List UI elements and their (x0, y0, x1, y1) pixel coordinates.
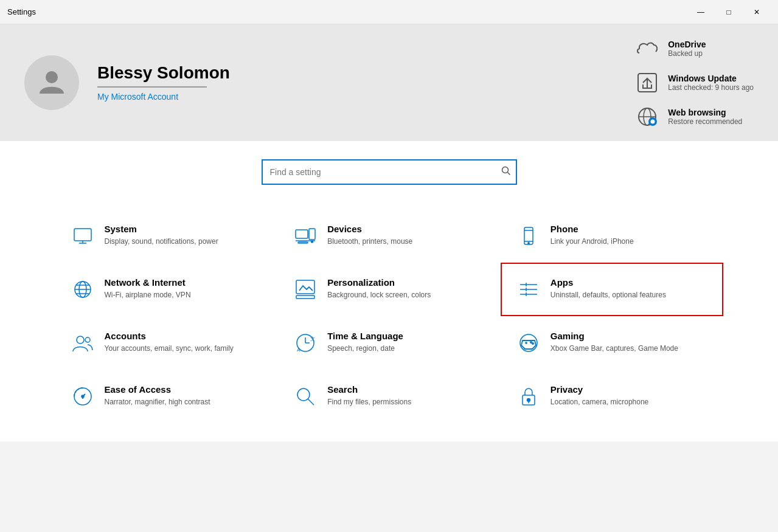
ease-icon (71, 384, 95, 409)
settings-grid: SystemDisplay, sound, notifications, pow… (55, 209, 724, 423)
status-onedrive[interactable]: OneDrive Backed up (635, 36, 754, 61)
settings-item-desc-accounts: Your accounts, email, sync, work, family (105, 344, 234, 354)
settings-item-text-apps: AppsUninstall, defaults, optional featur… (551, 277, 666, 300)
svg-point-20 (528, 243, 529, 244)
svg-rect-17 (524, 227, 533, 244)
settings-item-time[interactable]: A 文 Time & LanguageSpeech, region, date (277, 316, 501, 370)
minimize-button[interactable]: — (687, 2, 715, 22)
maximize-button[interactable]: □ (715, 2, 743, 22)
user-info: Blessy Solomon My Microsoft Account (97, 63, 617, 102)
settings-item-text-phone: PhoneLink your Android, iPhone (551, 224, 634, 247)
settings-item-text-time: Time & LanguageSpeech, region, date (327, 331, 403, 354)
devices-icon (293, 224, 318, 248)
privacy-icon (516, 384, 541, 409)
settings-item-title-personalization: Personalization (327, 277, 431, 288)
title-bar: Settings — □ ✕ (0, 0, 778, 24)
settings-item-title-phone: Phone (551, 224, 634, 234)
status-items: OneDrive Backed up Windows Update Last c… (635, 36, 754, 129)
avatar (24, 55, 79, 110)
svg-point-0 (46, 71, 58, 83)
svg-point-45 (532, 343, 533, 344)
network-icon (71, 277, 95, 302)
system-icon (71, 224, 95, 248)
gaming-icon (516, 331, 541, 355)
settings-item-text-devices: DevicesBluetooth, printers, mouse (327, 224, 412, 247)
settings-item-desc-search: Find my files, permissions (327, 397, 411, 407)
accounts-icon (71, 331, 95, 355)
search-input[interactable] (262, 159, 517, 185)
search-icon (293, 384, 318, 409)
svg-rect-9 (74, 229, 91, 241)
settings-item-text-personalization: PersonalizationBackground, lock screen, … (327, 277, 431, 300)
settings-item-text-ease: Ease of AccessNarrator, magnifier, high … (105, 384, 210, 407)
settings-item-title-ease: Ease of Access (105, 384, 210, 395)
windows-update-icon (635, 71, 659, 95)
svg-point-47 (82, 395, 84, 398)
apps-icon (516, 277, 541, 302)
settings-item-title-gaming: Gaming (551, 331, 678, 341)
svg-rect-27 (296, 295, 314, 299)
svg-point-34 (77, 336, 84, 344)
svg-rect-26 (296, 280, 314, 294)
settings-item-search[interactable]: SearchFind my files, permissions (277, 370, 501, 423)
svg-point-51 (527, 399, 530, 402)
svg-rect-13 (309, 229, 315, 240)
settings-item-text-accounts: AccountsYour accounts, email, sync, work… (105, 331, 234, 354)
settings-item-network[interactable]: Network & InternetWi-Fi, airplane mode, … (55, 263, 278, 316)
settings-item-desc-network: Wi-Fi, airplane mode, VPN (105, 290, 191, 300)
search-icon (501, 166, 511, 176)
settings-item-text-network: Network & InternetWi-Fi, airplane mode, … (105, 277, 191, 300)
phone-icon (516, 224, 541, 248)
settings-item-accounts[interactable]: AccountsYour accounts, email, sync, work… (55, 316, 278, 370)
svg-line-49 (308, 399, 314, 405)
search-container (36, 159, 742, 185)
settings-item-text-system: SystemDisplay, sound, notifications, pow… (105, 224, 218, 247)
web-browsing-icon (635, 105, 659, 129)
svg-line-8 (507, 173, 510, 175)
svg-rect-16 (298, 242, 308, 243)
settings-item-devices[interactable]: DevicesBluetooth, printers, mouse (277, 209, 501, 263)
settings-item-title-network: Network & Internet (105, 277, 191, 288)
settings-item-title-privacy: Privacy (551, 384, 648, 395)
time-icon: A 文 (293, 331, 318, 355)
settings-item-title-search: Search (327, 384, 411, 395)
svg-point-44 (530, 342, 532, 343)
window-title: Settings (7, 7, 36, 16)
settings-item-ease[interactable]: Ease of AccessNarrator, magnifier, high … (55, 370, 278, 423)
settings-item-desc-ease: Narrator, magnifier, high contrast (105, 397, 210, 407)
settings-item-text-search: SearchFind my files, permissions (327, 384, 411, 407)
settings-item-apps[interactable]: AppsUninstall, defaults, optional featur… (501, 263, 724, 316)
windows-update-text: Windows Update Last checked: 9 hours ago (668, 74, 754, 92)
settings-item-gaming[interactable]: GamingXbox Game Bar, captures, Game Mode (501, 316, 724, 370)
settings-item-desc-privacy: Location, camera, microphone (551, 397, 648, 407)
close-button[interactable]: ✕ (743, 2, 771, 22)
onedrive-icon (635, 36, 659, 61)
settings-item-system[interactable]: SystemDisplay, sound, notifications, pow… (55, 209, 278, 263)
settings-item-phone[interactable]: PhoneLink your Android, iPhone (501, 209, 724, 263)
settings-item-personalization[interactable]: PersonalizationBackground, lock screen, … (277, 263, 501, 316)
account-link[interactable]: My Microsoft Account (97, 92, 178, 102)
svg-point-15 (311, 241, 313, 243)
web-browsing-text: Web browsing Restore recommended (668, 108, 742, 126)
settings-item-desc-personalization: Background, lock screen, colors (327, 290, 431, 300)
status-windows-update[interactable]: Windows Update Last checked: 9 hours ago (635, 71, 754, 95)
search-icon-button[interactable] (501, 166, 511, 178)
settings-item-title-time: Time & Language (327, 331, 403, 341)
settings-item-privacy[interactable]: PrivacyLocation, camera, microphone (501, 370, 724, 423)
user-name: Blessy Solomon (97, 63, 617, 83)
svg-point-35 (85, 337, 90, 342)
svg-rect-12 (296, 230, 308, 238)
settings-item-text-gaming: GamingXbox Game Bar, captures, Game Mode (551, 331, 678, 354)
user-icon (36, 66, 67, 99)
settings-item-desc-devices: Bluetooth, printers, mouse (327, 237, 412, 247)
settings-item-title-devices: Devices (327, 224, 412, 234)
status-web-browsing[interactable]: Web browsing Restore recommended (635, 105, 754, 129)
personalization-icon (293, 277, 318, 302)
search-box (262, 159, 517, 185)
settings-item-desc-gaming: Xbox Game Bar, captures, Game Mode (551, 344, 678, 354)
header-section: Blessy Solomon My Microsoft Account OneD… (0, 24, 778, 141)
settings-item-title-apps: Apps (551, 277, 666, 288)
svg-point-7 (502, 167, 508, 173)
svg-point-6 (651, 120, 655, 124)
settings-item-desc-phone: Link your Android, iPhone (551, 237, 634, 247)
